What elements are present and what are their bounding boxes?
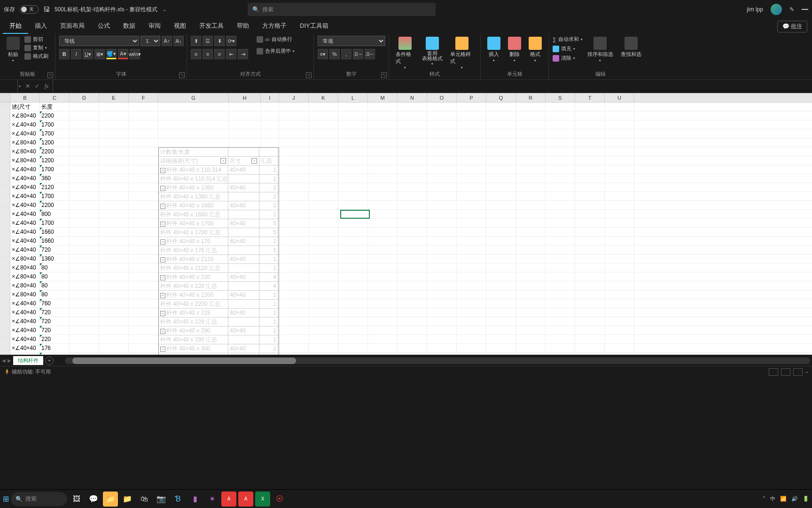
row-header[interactable] — [0, 344, 10, 352]
cell-K[interactable] — [309, 192, 338, 200]
cell-M[interactable] — [368, 246, 398, 254]
cell-M[interactable] — [368, 308, 398, 317]
cell-S[interactable] — [546, 237, 575, 245]
cell-E[interactable] — [99, 353, 129, 355]
cell-Q[interactable] — [486, 201, 516, 209]
cell-E[interactable] — [99, 281, 129, 290]
pivot-row[interactable]: −杆件 40×40 x 166040×402 — [159, 201, 279, 210]
cell-D[interactable] — [70, 228, 99, 236]
cell-M[interactable] — [368, 138, 398, 147]
cell-F[interactable] — [129, 165, 158, 174]
pivot-row[interactable]: 杆件 40×40 x 2120 汇总1 — [159, 264, 279, 273]
cell-R[interactable] — [516, 192, 546, 200]
cell-U[interactable] — [605, 254, 634, 263]
cell-E[interactable] — [99, 165, 129, 174]
cell-N[interactable] — [398, 246, 427, 254]
align-left-button[interactable]: ≡ — [191, 49, 201, 59]
cell-O[interactable] — [427, 228, 457, 236]
cell-L[interactable] — [338, 228, 368, 236]
cell-J[interactable] — [279, 174, 309, 183]
align-top-button[interactable]: ⬆ — [191, 36, 201, 46]
cell-M[interactable] — [368, 183, 398, 191]
cell-D[interactable] — [70, 237, 99, 245]
cell-K[interactable] — [309, 254, 338, 263]
cell-R[interactable] — [516, 353, 546, 355]
cell-E[interactable] — [99, 201, 129, 209]
cell-T[interactable] — [575, 138, 605, 147]
cell-S[interactable] — [546, 353, 575, 355]
cell-B[interactable]: ×∠40×40 — [10, 120, 40, 129]
cell-O[interactable] — [427, 335, 457, 343]
row-header[interactable] — [0, 147, 10, 156]
cell-N[interactable] — [398, 263, 427, 272]
cell-N[interactable] — [398, 290, 427, 299]
cell-B[interactable]: ×∠40×40 — [10, 129, 40, 138]
cell-E[interactable] — [99, 156, 129, 165]
cell-D[interactable] — [70, 344, 99, 352]
row-header[interactable] — [0, 246, 10, 254]
cell-R[interactable] — [516, 317, 546, 325]
row-header[interactable] — [0, 281, 10, 290]
cell-M[interactable] — [368, 174, 398, 183]
cell-P[interactable] — [457, 174, 486, 183]
italic-button[interactable]: I — [71, 49, 81, 59]
pivot-row[interactable]: 杆件 40×40 x 300 汇总2 — [159, 353, 279, 355]
cell-O[interactable] — [427, 263, 457, 272]
cell-M[interactable] — [368, 272, 398, 281]
cell-T[interactable] — [575, 281, 605, 290]
row-header[interactable] — [0, 192, 10, 200]
col-header-U[interactable]: U — [605, 93, 634, 102]
cell-P[interactable] — [457, 219, 486, 227]
cell-P[interactable] — [457, 263, 486, 272]
cell-J[interactable] — [279, 165, 309, 174]
cell-I[interactable] — [261, 103, 279, 111]
increase-font-button[interactable]: A↑ — [162, 36, 172, 46]
cell-C[interactable]: 1700 — [40, 165, 70, 174]
cell-F[interactable] — [129, 317, 158, 325]
cell-U[interactable] — [605, 290, 634, 299]
col-header-J[interactable]: J — [279, 93, 309, 102]
cell-F[interactable] — [129, 335, 158, 343]
cell-S[interactable] — [546, 120, 575, 129]
col-header-D[interactable]: D — [70, 93, 99, 102]
cell-R[interactable] — [516, 111, 546, 120]
cell-Q[interactable] — [486, 326, 516, 334]
dropdown-icon[interactable]: ⌄ — [162, 6, 167, 13]
cell-U[interactable] — [605, 201, 634, 209]
cell-D[interactable] — [70, 290, 99, 299]
cell-T[interactable] — [575, 201, 605, 209]
cell-B[interactable]: ×∠40×40 — [10, 228, 40, 236]
cell-Q[interactable] — [486, 299, 516, 308]
collapse-icon[interactable]: − — [160, 293, 165, 298]
cell-Q[interactable] — [486, 353, 516, 355]
row-header[interactable] — [0, 228, 10, 236]
cell-T[interactable] — [575, 353, 605, 355]
cell-M[interactable] — [368, 263, 398, 272]
cell-G[interactable] — [158, 129, 229, 138]
cell-L[interactable] — [338, 263, 368, 272]
cell-J[interactable] — [279, 326, 309, 334]
cell-U[interactable] — [605, 308, 634, 317]
cell-E[interactable] — [99, 299, 129, 308]
row-header[interactable] — [0, 299, 10, 308]
taskbar-app-11[interactable]: A — [238, 492, 253, 507]
cell-K[interactable] — [309, 281, 338, 290]
cell-H[interactable] — [229, 103, 261, 111]
cell-D[interactable] — [70, 103, 99, 111]
cell-C[interactable]: 80 — [40, 263, 70, 272]
cell-S[interactable] — [546, 344, 575, 352]
cell-E[interactable] — [99, 147, 129, 156]
cell-F[interactable] — [129, 138, 158, 147]
horizontal-scrollbar[interactable] — [65, 357, 810, 364]
cell-F[interactable] — [129, 129, 158, 138]
cell-O[interactable] — [427, 308, 457, 317]
cell-T[interactable] — [575, 272, 605, 281]
pivot-row[interactable]: 杆件 40×40 x 176 汇总1 — [159, 246, 279, 255]
row-header[interactable] — [0, 120, 10, 129]
row-header[interactable] — [0, 254, 10, 263]
sheet-tab-active[interactable]: 结构杆件 — [13, 356, 43, 365]
cell-P[interactable] — [457, 138, 486, 147]
cell-J[interactable] — [279, 183, 309, 191]
cell-U[interactable] — [605, 317, 634, 325]
cell-B[interactable]: ×∠40×40 — [10, 219, 40, 227]
